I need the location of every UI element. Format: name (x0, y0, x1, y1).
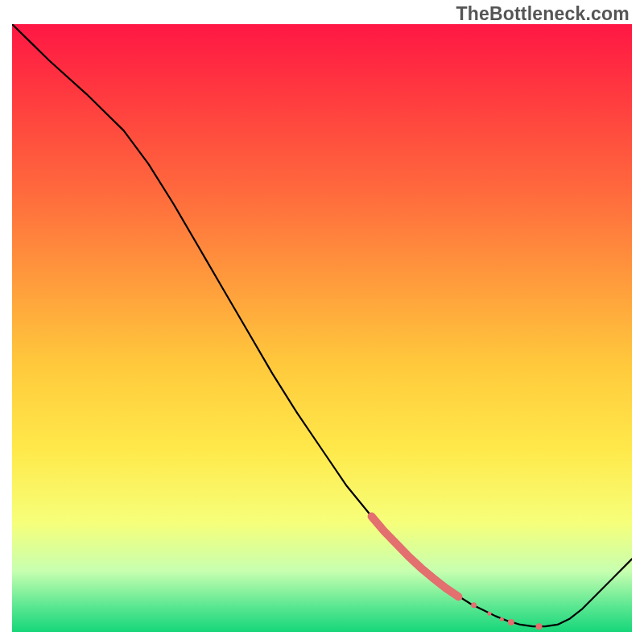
highlight-dot (471, 602, 477, 608)
highlight-dot (536, 623, 543, 630)
highlight-dot (500, 617, 504, 621)
highlight-dot (487, 612, 491, 616)
chart-container: TheBottleneck.com (0, 0, 644, 644)
bottleneck-chart (0, 0, 644, 644)
highlight-dot (508, 619, 514, 625)
watermark-text: TheBottleneck.com (456, 3, 630, 25)
gradient-background (12, 24, 632, 632)
